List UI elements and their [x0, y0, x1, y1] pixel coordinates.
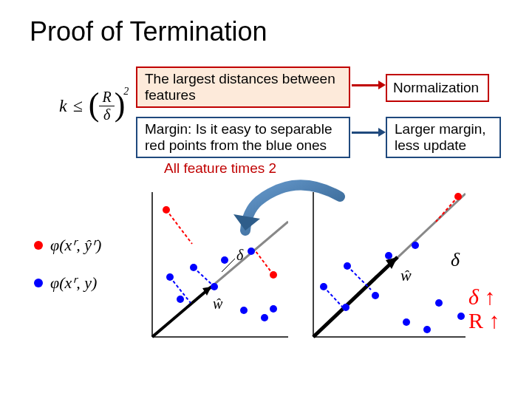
w-label-left: ŵ [213, 296, 223, 312]
svg-line-10 [194, 267, 214, 287]
plot-right: ŵ δ [303, 192, 466, 340]
svg-point-35 [385, 252, 392, 259]
svg-point-39 [412, 242, 419, 249]
formula-lhs: k [59, 96, 67, 115]
delta-label-left: δ [236, 247, 244, 263]
formula-exp: 2 [123, 86, 129, 97]
svg-point-15 [190, 264, 197, 271]
w-label-right: ŵ [400, 266, 412, 284]
svg-point-38 [435, 299, 443, 307]
formula-rel: ≤ [72, 96, 84, 115]
formula-num: R [99, 89, 114, 106]
svg-point-11 [163, 206, 170, 214]
svg-point-36 [403, 318, 410, 326]
svg-point-16 [211, 283, 218, 290]
svg-point-31 [320, 283, 327, 290]
svg-line-4 [152, 287, 211, 337]
box-larger-margin: Larger margin, less update [386, 117, 501, 158]
plot-left: δ ŵ [126, 192, 288, 340]
svg-line-27 [436, 197, 458, 222]
svg-point-20 [248, 248, 255, 255]
svg-line-7 [166, 210, 192, 244]
legend-dot-blue [34, 279, 43, 287]
up-arrow-icon: ↑ [484, 284, 495, 309]
arrow-to-normalization [352, 84, 380, 86]
svg-line-8 [256, 251, 273, 275]
svg-point-30 [454, 193, 462, 200]
arrow-to-larger-margin [352, 132, 380, 134]
up-arrow-icon: ↑ [489, 308, 500, 332]
delta-symbol: δ [468, 284, 479, 309]
phi-other: φ(xʳ, y) [50, 273, 97, 293]
r-symbol: R [468, 308, 483, 332]
svg-point-19 [261, 314, 268, 321]
svg-point-37 [423, 326, 431, 333]
legend-dot-red [34, 241, 43, 250]
all-feature-times-2-label: All feature times 2 [164, 161, 276, 177]
box-largest-distance: The largest distances between features [136, 66, 350, 108]
svg-point-40 [457, 313, 465, 320]
svg-point-18 [240, 307, 248, 314]
formula-den: δ [99, 106, 114, 123]
page-title: Proof of Termination [30, 16, 267, 47]
paren-left: ( [89, 86, 100, 123]
termination-formula: k ≤ (Rδ)2 [59, 89, 130, 126]
delta-label-right: δ [451, 249, 460, 270]
svg-point-21 [270, 305, 277, 313]
phi-correct: φ(xʳ, ŷʳ) [50, 236, 101, 255]
svg-point-17 [221, 256, 228, 264]
box-normalization: Normalization [386, 74, 489, 102]
svg-line-28 [324, 287, 343, 307]
svg-point-32 [342, 304, 349, 311]
svg-point-34 [372, 292, 379, 299]
svg-line-29 [347, 266, 371, 290]
svg-point-33 [344, 262, 351, 270]
box-margin-def: Margin: Is it easy to separable red poin… [136, 117, 350, 158]
svg-point-12 [270, 271, 277, 279]
formula-frac: Rδ [99, 89, 114, 123]
svg-point-14 [177, 296, 184, 303]
svg-line-25 [313, 257, 398, 337]
delta-r-increase: δ ↑ R ↑ [468, 285, 500, 332]
svg-point-13 [166, 273, 174, 281]
